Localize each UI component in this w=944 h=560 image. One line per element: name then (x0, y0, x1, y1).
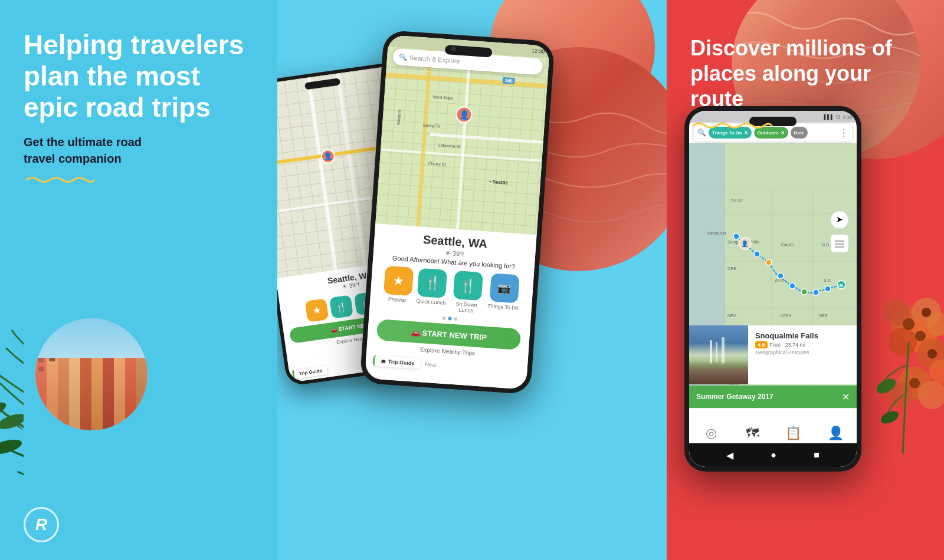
profile-icon: 👤 (828, 426, 844, 441)
back-button[interactable]: ◀ (726, 450, 733, 461)
svg-point-48 (813, 289, 819, 295)
svg-text:IDAHO: IDAHO (781, 243, 794, 247)
svg-point-17 (922, 308, 931, 317)
left-panel: Helping travelers plan the most epic roa… (0, 0, 277, 560)
popular-icon: ★ (392, 273, 405, 289)
svg-text:NEV: NEV (727, 314, 736, 318)
sit-down-label: Sit Down Lunch (450, 301, 483, 315)
right-headline-text: Discover millions of places along your r… (690, 35, 920, 112)
svg-point-49 (825, 286, 831, 292)
android-nav: ◀ ● ■ (689, 443, 857, 467)
svg-text:➤: ➤ (836, 215, 843, 224)
svg-text:Vancouver: Vancouver (707, 231, 727, 235)
trip-bar[interactable]: Summer Getaway 2017 ✕ (689, 386, 857, 408)
snoqualmie-image (689, 325, 748, 384)
svg-point-46 (789, 283, 795, 289)
left-headline: Helping travelers plan the most epic roa… (24, 29, 277, 560)
center-phone-bottom: Seattle, WA ☀ 39°f Good Afternoon! What … (365, 224, 537, 390)
svg-point-40 (733, 233, 739, 239)
svg-point-44 (766, 259, 772, 265)
things-to-do-icon: 📷 (497, 281, 511, 295)
trip-guide-card-left: Trip Guide (292, 365, 327, 379)
svg-point-45 (778, 273, 784, 279)
svg-point-20 (909, 378, 920, 388)
svg-text:ORE: ORE (727, 266, 737, 271)
headline-text: Helping travelers plan the most epic roa… (24, 29, 277, 123)
svg-point-43 (754, 251, 760, 257)
place-rating: 4.5 Free · 23.74 mi (755, 341, 850, 348)
cat-sit-down-lunch[interactable]: 🍴 Sit Down Lunch (450, 271, 485, 315)
rating-badge: 4.5 (755, 341, 768, 348)
cat-quick-lunch[interactable]: 🍴 Quick Lunch (415, 268, 448, 312)
place-title: Snoqualmie Falls (755, 331, 850, 340)
place-details: Free · 23.74 mi (770, 342, 806, 348)
right-squiggle (690, 119, 773, 132)
svg-text:S.D.: S.D. (824, 278, 832, 282)
subtext: Get the ultimate road travel companion (24, 134, 277, 167)
right-phone-content: ▌▌▌ ⊡ 1:18 🔍 Things To Do ✕ Outdoors (689, 111, 857, 467)
svg-point-1 (0, 400, 8, 420)
nearby-icon: ◎ (706, 426, 717, 441)
map-icon: 🗺 (746, 426, 759, 441)
svg-rect-54 (831, 235, 848, 252)
svg-point-22 (879, 409, 901, 426)
things-to-do-label: Things To Do (487, 303, 519, 311)
svg-text:SASK: SASK (730, 198, 743, 203)
nearby-bottom-text: Near... (425, 359, 441, 371)
popular-label: Popular (388, 296, 407, 303)
middle-panel: 👤 • Seattle Seattle, WA ☀ 39°f ★ 🍴 🍴 📷 🚗… (277, 0, 667, 560)
phone-right: ▌▌▌ ⊡ 1:18 🔍 Things To Do ✕ Outdoors (684, 106, 861, 472)
snoqualmie-info: Snoqualmie Falls 4.5 Free · 23.74 mi Geo… (748, 325, 857, 384)
svg-point-10 (889, 328, 917, 356)
center-phone-map: 12:30 🔍 Search & Explore (375, 35, 550, 235)
right-panel: Discover millions of places along your r… (667, 0, 944, 560)
guides-icon: 📋 (785, 426, 801, 441)
squiggle-decoration (24, 174, 94, 186)
roadtrippers-logo: R (24, 507, 59, 542)
map-label-western: Western (396, 110, 401, 125)
right-headline: Discover millions of places along your r… (690, 35, 920, 134)
svg-text:NEB: NEB (819, 314, 828, 318)
cat-things-to-do[interactable]: 📷 Things To Do (487, 273, 521, 317)
svg-point-16 (903, 318, 914, 330)
svg-point-19 (927, 349, 937, 358)
svg-text:UTAH: UTAH (781, 314, 792, 318)
trip-guide-icon: 🌧 (381, 358, 386, 365)
svg-text:👤: 👤 (741, 240, 749, 248)
route-badge: 165 (502, 77, 515, 84)
phone-center: 12:30 🔍 Search & Explore (359, 30, 555, 395)
trip-bar-close-icon[interactable]: ✕ (842, 391, 850, 403)
trip-guide-card-center[interactable]: 🌧 Trip Guide (372, 355, 421, 370)
cat-popular[interactable]: ★ Popular (382, 266, 414, 309)
svg-point-47 (801, 289, 807, 295)
svg-point-18 (915, 331, 926, 341)
sit-down-icon: 🍴 (460, 278, 477, 294)
search-icon-center: 🔍 (399, 53, 408, 61)
quick-lunch-label: Quick Lunch (416, 298, 446, 306)
recents-button[interactable]: ■ (814, 450, 820, 460)
trip-name: Summer Getaway 2017 (696, 393, 773, 401)
svg-text:N.D.: N.D. (822, 243, 830, 247)
map-label-spring: Spring St (422, 123, 440, 128)
home-button[interactable]: ● (771, 450, 776, 460)
city-photo (35, 318, 148, 430)
place-type: Geographical Features (755, 350, 850, 355)
svg-text:ISI: ISI (838, 284, 844, 288)
quick-lunch-icon: 🍴 (424, 275, 441, 292)
snoqualmie-card[interactable]: Snoqualmie Falls 4.5 Free · 23.74 mi Geo… (689, 325, 857, 384)
